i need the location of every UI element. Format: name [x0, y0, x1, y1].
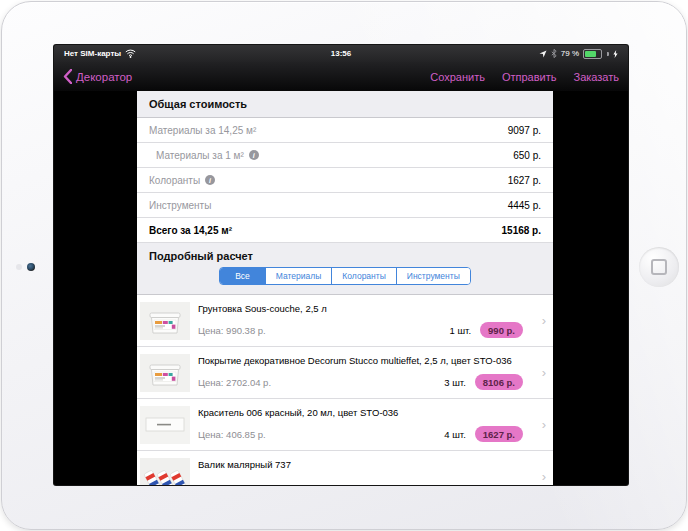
- summary-row-value: 650 р.: [513, 150, 541, 161]
- info-icon[interactable]: i: [205, 175, 215, 185]
- summary-row: Колоранты i 1627 р.: [137, 168, 553, 193]
- product-row[interactable]: Валик малярный 737 ›: [137, 451, 553, 485]
- ambient-sensor: [16, 264, 22, 270]
- battery-tip: [607, 52, 609, 56]
- summary-row-label: Инструменты: [149, 200, 211, 211]
- nav-action-button[interactable]: Отправить: [502, 71, 557, 83]
- summary-row-label: Материалы за 1 м²: [156, 150, 244, 161]
- product-title: Грунтовка Sous-couche, 2,5 л: [198, 303, 531, 314]
- product-row[interactable]: Грунтовка Sous-couche, 2,5 л Цена: 990.3…: [137, 295, 553, 347]
- status-bar: Нет SIM-карты 13:56: [54, 45, 628, 62]
- summary-rows: Материалы за 14,25 м² 9097 р. Материалы …: [137, 118, 553, 243]
- product-price: Цена: 990.38 р.: [198, 325, 266, 336]
- product-quantity: 1 шт.: [450, 325, 471, 336]
- chevron-right-icon: ›: [542, 468, 546, 483]
- summary-row-value: 9097 р.: [508, 125, 541, 136]
- summary-row: Всего за 14,25 м² 15168 р.: [137, 218, 553, 243]
- chevron-right-icon: ›: [542, 364, 546, 379]
- battery-icon: [583, 49, 602, 59]
- summary-row: Материалы за 1 м² i 650 р.: [137, 143, 553, 168]
- product-thumbnail: [140, 302, 190, 340]
- bluetooth-icon: [551, 49, 557, 58]
- screenshot-root: Нет SIM-карты 13:56: [0, 0, 688, 531]
- product-title: Покрытие декоративное Decorum Stucco mul…: [198, 355, 531, 366]
- chevron-left-icon: [63, 69, 72, 84]
- chevron-right-icon: ›: [542, 416, 546, 431]
- summary-row-label: Материалы за 14,25 м²: [149, 125, 256, 136]
- summary-row: Инструменты 4445 р.: [137, 193, 553, 218]
- location-arrow-icon: [539, 50, 547, 58]
- details-title: Подробный расчет: [137, 250, 553, 262]
- summary-row-value: 4445 р.: [508, 200, 541, 211]
- filter-segmented-control: Все Материалы Колоранты Инструменты: [219, 267, 471, 285]
- product-price: Цена: 2702.04 р.: [198, 377, 271, 388]
- ipad-device-frame: Нет SIM-карты 13:56: [1, 1, 687, 530]
- front-camera: [27, 263, 35, 271]
- nav-actions: Сохранить Отправить Заказать: [430, 71, 619, 83]
- product-total-badge: 1627 р.: [475, 426, 523, 442]
- screen: Нет SIM-карты 13:56: [54, 45, 628, 485]
- segment-button[interactable]: Колоранты: [332, 268, 396, 284]
- product-title: Краситель 006 красный, 20 мл, цвет STO-0…: [198, 407, 531, 418]
- product-price: Цена: 406.85 р.: [198, 429, 266, 440]
- navigation-bar: Декоратор Сохранить Отправить Заказать: [54, 62, 628, 91]
- product-thumbnail: [140, 458, 190, 485]
- charging-bolt-icon: [613, 50, 618, 58]
- product-quantity: 4 шт.: [444, 429, 465, 440]
- summary-section-header: Общая стоимость: [137, 91, 553, 118]
- back-button[interactable]: Декоратор: [63, 69, 132, 84]
- product-row[interactable]: Краситель 006 красный, 20 мл, цвет STO-0…: [137, 399, 553, 451]
- product-total-badge: 8106 р.: [475, 374, 523, 390]
- summary-row-label: Всего за 14,25 м²: [149, 225, 232, 236]
- carrier-label: Нет SIM-карты: [64, 49, 121, 58]
- product-quantity: 3 шт.: [444, 377, 465, 388]
- chevron-right-icon: ›: [542, 312, 546, 327]
- nav-action-button[interactable]: Заказать: [574, 71, 620, 83]
- product-title: Валик малярный 737: [198, 459, 531, 470]
- product-thumbnail: [140, 406, 190, 444]
- summary-row-label: Колоранты: [149, 175, 200, 186]
- product-list: Грунтовка Sous-couche, 2,5 л Цена: 990.3…: [137, 295, 553, 485]
- content-panel: Общая стоимость Материалы за 14,25 м² 90…: [137, 91, 553, 485]
- battery-percent-label: 79 %: [561, 49, 579, 58]
- back-button-label: Декоратор: [76, 71, 132, 83]
- home-button[interactable]: [639, 247, 679, 287]
- nav-action-button[interactable]: Сохранить: [430, 71, 485, 83]
- home-button-square-icon: [651, 259, 667, 275]
- summary-row: Материалы за 14,25 м² 9097 р.: [137, 118, 553, 143]
- summary-row-value: 15168 р.: [502, 225, 541, 236]
- product-thumbnail: [140, 354, 190, 392]
- segment-button[interactable]: Все: [220, 268, 266, 284]
- segment-button[interactable]: Материалы: [266, 268, 333, 284]
- info-icon[interactable]: i: [249, 150, 259, 160]
- details-section-header: Подробный расчет Все Материалы Колоранты…: [137, 243, 553, 295]
- wifi-icon: [125, 49, 136, 58]
- summary-row-value: 1627 р.: [508, 175, 541, 186]
- segment-button[interactable]: Инструменты: [397, 268, 470, 284]
- product-total-badge: 990 р.: [480, 322, 523, 338]
- product-row[interactable]: Покрытие декоративное Decorum Stucco mul…: [137, 347, 553, 399]
